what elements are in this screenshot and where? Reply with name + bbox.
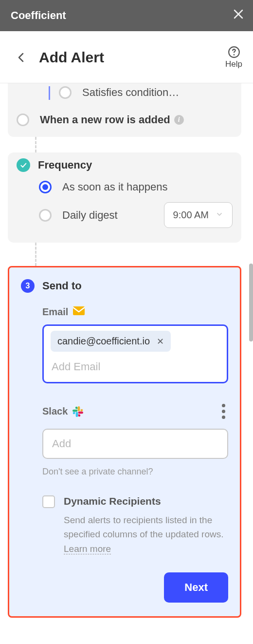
option-label: Satisfies condition… [82,86,179,99]
next-button[interactable]: Next [164,572,228,603]
info-icon[interactable]: i [174,115,184,125]
step-connector [35,243,244,266]
trigger-card: Satisfies condition… When a new row is a… [8,83,241,137]
email-input[interactable] [51,357,220,377]
dynamic-recipients-checkbox[interactable] [42,495,55,508]
svg-rect-4 [73,306,85,315]
scrollbar-thumb[interactable] [249,264,253,341]
option-daily-digest[interactable]: Daily digest 9:00 AM [39,202,233,228]
slack-label-text: Slack [42,406,68,417]
option-new-row-added[interactable]: When a new row is added i [17,114,233,126]
frequency-header: Frequency [17,158,233,172]
digest-time-value: 9:00 AM [173,209,209,221]
radio-selected-icon [39,181,52,193]
email-input-container[interactable]: candie@coefficient.io ✕ [42,324,228,383]
email-label-text: Email [42,306,68,318]
check-complete-icon [17,158,30,172]
page-title: Add Alert [39,49,225,66]
send-to-header: 3 Send to [21,279,228,293]
slack-input[interactable]: Add [42,429,228,459]
help-label: Help [225,59,242,69]
remove-chip-icon[interactable]: ✕ [157,336,164,347]
slack-placeholder: Add [52,437,71,450]
send-to-title: Send to [42,280,82,292]
close-icon[interactable] [233,8,244,23]
email-icon [73,306,85,318]
slack-label: Slack [42,406,83,417]
titlebar: Coefficient [0,0,253,31]
email-chip-value: candie@coefficient.io [57,336,150,347]
dynamic-recipients-option[interactable]: Dynamic Recipients [42,495,228,508]
radio-icon [59,86,72,99]
digest-time-select[interactable]: 9:00 AM [164,202,233,228]
slack-icon [72,406,83,417]
learn-more-link[interactable]: Learn more [64,544,111,554]
dynamic-recipients-desc-text: Send alerts to recipients listed in the … [64,515,223,539]
frequency-card: Frequency As soon as it happens Daily di… [8,152,241,243]
option-satisfies-condition[interactable]: Satisfies condition… [59,86,233,99]
app-title: Coefficient [11,9,66,22]
slack-more-menu[interactable] [219,401,228,422]
option-as-soon-as[interactable]: As soon as it happens [39,181,233,193]
chevron-down-icon [216,209,223,221]
send-to-card: 3 Send to Email candie@coefficient.io ✕ [8,266,241,618]
option-label: Daily digest [62,209,118,222]
frequency-title: Frequency [38,159,92,171]
option-label: When a new row is added [40,114,170,126]
radio-icon [39,209,52,222]
email-label: Email [42,306,228,318]
back-icon[interactable] [16,52,27,63]
dynamic-recipients-desc: Send alerts to recipients listed in the … [64,513,228,556]
radio-icon [17,114,29,126]
dynamic-recipients-title: Dynamic Recipients [64,495,161,507]
step-connector [35,137,244,152]
email-chip: candie@coefficient.io ✕ [51,331,171,352]
page-header: Add Alert Help [0,31,253,83]
help-button[interactable]: Help [225,46,242,69]
option-label: As soon as it happens [62,181,167,193]
slack-private-hint[interactable]: Don't see a private channel? [42,467,228,477]
svg-point-3 [233,54,235,56]
body: Satisfies condition… When a new row is a… [0,83,253,618]
step-number-badge: 3 [21,279,35,293]
